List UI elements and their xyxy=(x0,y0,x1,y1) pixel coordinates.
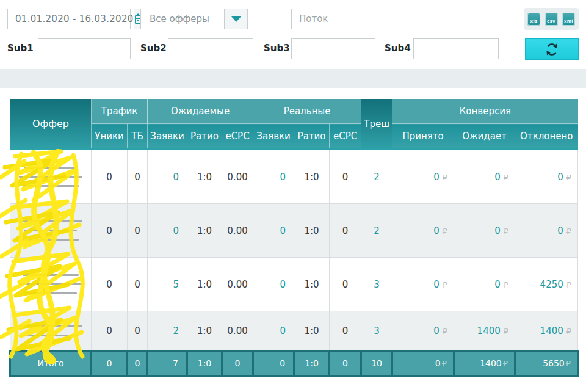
date-range-value: 01.01.2020 - 16.03.2020 xyxy=(8,13,134,24)
sub1-field xyxy=(38,38,131,59)
cell-expected-leads[interactable]: 0 xyxy=(148,204,187,258)
refresh-icon xyxy=(544,42,560,57)
total-tb: 0 xyxy=(128,351,148,376)
cell-real-ecpc: 0 xyxy=(330,204,361,258)
refresh-button[interactable] xyxy=(525,38,579,60)
total-real-ecpc: 0 xyxy=(330,351,361,376)
offer-name-cell[interactable] xyxy=(10,258,92,311)
cell-tb: 0 xyxy=(128,311,148,351)
total-expected-ratio: 1:0 xyxy=(187,351,222,376)
date-range-field[interactable]: 01.01.2020 - 16.03.2020 xyxy=(7,9,131,29)
stats-table-wrap: Оффер Трафик Ожидаемые Реальные Треш Кон… xyxy=(9,99,577,377)
cell-real-leads[interactable]: 0 xyxy=(253,311,294,351)
sub4-field xyxy=(413,38,499,59)
offer-name-cell[interactable] xyxy=(10,311,92,351)
total-expected-leads: 7 xyxy=(148,351,187,376)
cell-tb: 0 xyxy=(128,150,148,204)
sub3-field xyxy=(291,38,375,59)
total-rejected: 5650₽ xyxy=(515,351,578,376)
sub2-label: Sub2 xyxy=(140,43,167,54)
cell-expected-ecpc: 0.00 xyxy=(222,150,253,204)
export-xml-button[interactable]: xml xyxy=(562,13,575,26)
cell-pending[interactable]: 1400₽ xyxy=(454,311,515,351)
flow-field[interactable] xyxy=(291,9,375,29)
toolbar-band xyxy=(0,69,586,88)
cell-expected-ecpc: 0.00 xyxy=(222,311,253,351)
cell-real-leads[interactable]: 0 xyxy=(253,204,294,258)
cell-expected-ecpc: 0.00 xyxy=(222,258,253,311)
sub2-field xyxy=(168,38,253,59)
group-header-traffic: Трафик xyxy=(92,99,148,124)
sub1-input[interactable] xyxy=(38,39,130,59)
cell-expected-leads[interactable]: 2 xyxy=(148,311,187,351)
col-header-expected-ratio: Ратио xyxy=(187,124,222,150)
cell-rejected[interactable]: 0₽ xyxy=(515,150,578,204)
table-row: 0 0 5 1:0 0.00 0 1:0 0 3 0₽ 0₽ 4250₽ xyxy=(10,258,578,311)
stats-table: Оффер Трафик Ожидаемые Реальные Треш Кон… xyxy=(9,99,579,377)
offers-select[interactable]: Все офферы xyxy=(140,9,248,29)
cell-uniques: 0 xyxy=(92,150,128,204)
col-header-accepted: Принято xyxy=(392,124,454,150)
ruble-sign: ₽ xyxy=(566,359,571,368)
export-buttons-group: xls csv xml xyxy=(524,8,579,30)
export-csv-button[interactable]: csv xyxy=(545,13,558,26)
col-header-uniques: Уники xyxy=(92,124,128,150)
offer-name-cell[interactable] xyxy=(10,204,92,258)
ruble-sign: ₽ xyxy=(443,227,447,236)
col-header-real-leads: Заявки xyxy=(253,124,294,150)
ruble-sign: ₽ xyxy=(504,173,508,182)
total-uniques: 0 xyxy=(92,351,128,376)
cell-trash[interactable]: 2 xyxy=(361,204,392,258)
group-header-conversion: Конверсия xyxy=(392,99,578,124)
cell-pending[interactable]: 0₽ xyxy=(454,204,515,258)
cell-expected-ratio: 1:0 xyxy=(187,204,222,258)
cell-expected-ratio: 1:0 xyxy=(187,150,222,204)
cell-trash[interactable]: 2 xyxy=(361,150,392,204)
cell-expected-leads[interactable]: 0 xyxy=(148,150,187,204)
group-header-real: Реальные xyxy=(253,99,361,124)
col-header-real-ratio: Ратио xyxy=(294,124,330,150)
cell-tb: 0 xyxy=(128,258,148,311)
cell-expected-ratio: 1:0 xyxy=(187,311,222,351)
sub1-label: Sub1 xyxy=(7,43,34,54)
cell-accepted[interactable]: 0₽ xyxy=(392,311,454,351)
total-row: Итого 0 0 7 1:0 0 0 1:0 0 10 0₽ 1400₽ 56… xyxy=(10,351,578,376)
cell-real-ecpc: 0 xyxy=(330,150,361,204)
ruble-sign: ₽ xyxy=(442,359,447,368)
cell-rejected[interactable]: 0₽ xyxy=(515,204,578,258)
ruble-sign: ₽ xyxy=(504,327,508,336)
cell-real-ratio: 1:0 xyxy=(294,258,330,311)
export-xls-button[interactable]: xls xyxy=(527,13,540,26)
total-real-ratio: 1:0 xyxy=(294,351,330,376)
ruble-sign: ₽ xyxy=(504,227,508,236)
chevron-down-icon xyxy=(224,9,247,29)
cell-trash[interactable]: 3 xyxy=(361,258,392,311)
flow-input[interactable] xyxy=(292,9,375,29)
cell-trash[interactable]: 3 xyxy=(361,311,392,351)
cell-real-ratio: 1:0 xyxy=(294,204,330,258)
offer-name-cell[interactable] xyxy=(10,150,92,204)
cell-real-leads[interactable]: 0 xyxy=(253,258,294,311)
cell-accepted[interactable]: 0₽ xyxy=(392,204,454,258)
sub4-input[interactable] xyxy=(414,39,498,59)
cell-accepted[interactable]: 0₽ xyxy=(392,258,454,311)
cell-real-leads[interactable]: 0 xyxy=(253,150,294,204)
total-real-leads: 0 xyxy=(253,351,294,376)
sub2-input[interactable] xyxy=(168,39,253,59)
cell-accepted[interactable]: 0₽ xyxy=(392,150,454,204)
ruble-sign: ₽ xyxy=(566,327,571,336)
group-header-expected: Ожидаемые xyxy=(148,99,253,124)
sub3-label: Sub3 xyxy=(264,43,290,54)
ruble-sign: ₽ xyxy=(566,280,571,289)
col-header-expected-leads: Заявки xyxy=(148,124,187,150)
cell-rejected[interactable]: 1400₽ xyxy=(515,311,578,351)
sub3-input[interactable] xyxy=(292,39,375,59)
cell-pending[interactable]: 0₽ xyxy=(454,150,515,204)
cell-real-ratio: 1:0 xyxy=(294,311,330,351)
cell-expected-leads[interactable]: 5 xyxy=(148,258,187,311)
col-header-expected-ecpc: eCPC xyxy=(222,124,253,150)
cell-rejected[interactable]: 4250₽ xyxy=(515,258,578,311)
cell-pending[interactable]: 0₽ xyxy=(454,258,515,311)
ruble-sign: ₽ xyxy=(443,173,447,182)
cell-uniques: 0 xyxy=(92,204,128,258)
